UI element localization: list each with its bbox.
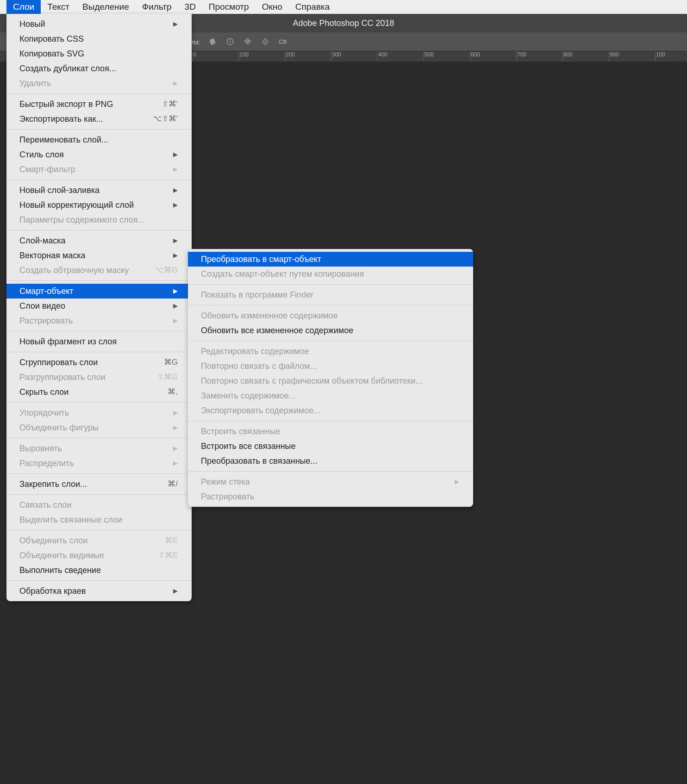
layers-menu-item-label: Объединить слои (19, 535, 88, 547)
layers-menu-item-22[interactable]: Слои видео▶ (6, 299, 192, 313)
shortcut-label: ⌥⌘G (155, 264, 178, 276)
layers-menu-item-29[interactable]: Скрыть слои⌘, (6, 385, 192, 399)
menubar-item-5[interactable]: Просмотр (202, 0, 256, 14)
layers-menu-item-17[interactable]: Слой-маска▶ (6, 233, 192, 248)
smart-object-submenu-item-16[interactable]: Преобразовать в связанные... (188, 454, 473, 468)
layers-menu-item-37[interactable]: Закрепить слои...⌘/ (6, 477, 192, 492)
ruler-tick-label: 100 (239, 51, 249, 58)
submenu-arrow-icon: ▶ (173, 585, 178, 597)
layers-menu-item-14[interactable]: Новый корректирующий слой▶ (6, 198, 192, 212)
shortcut-label: ⌘E (165, 535, 178, 547)
layers-menu-separator (6, 331, 192, 331)
layers-menu-item-1[interactable]: Копировать CSS (6, 31, 192, 46)
diamond-icon[interactable] (260, 36, 271, 47)
layers-menu-item-label: Копировать CSS (19, 33, 84, 45)
smart-object-submenu-item-label: Встроить связанные (201, 425, 280, 437)
smart-object-submenu-separator (188, 421, 473, 421)
layers-menu-item-0[interactable]: Новый▶ (6, 17, 192, 31)
layers-menu-item-11: Смарт-фильтр▶ (6, 162, 192, 177)
layers-menu-item-21[interactable]: Смарт-объект▶ (6, 284, 192, 299)
move-icon[interactable] (242, 36, 253, 47)
smart-object-submenu-item-3: Показать в программе Finder (188, 287, 473, 302)
submenu-arrow-icon: ▶ (173, 315, 178, 327)
menubar-item-7[interactable]: Справка (289, 0, 337, 14)
submenu-arrow-icon: ▶ (173, 149, 178, 161)
layers-menu-item-label: Параметры содержимого слоя... (19, 214, 144, 226)
smart-object-submenu-item-0[interactable]: Преобразовать в смарт-объект (188, 252, 473, 267)
smart-object-submenu-item-label: Обновить измененное содержимое (201, 310, 338, 322)
submenu-arrow-icon: ▶ (173, 199, 178, 211)
layers-menu-item-label: Новый корректирующий слой (19, 199, 134, 211)
layers-menu-item-7[interactable]: Экспортировать как...⌥⇧⌘' (6, 112, 192, 126)
submenu-arrow-icon: ▶ (173, 285, 178, 297)
submenu-arrow-icon: ▶ (173, 422, 178, 434)
layers-menu-item-label: Смарт-объект (19, 285, 74, 297)
smart-object-submenu-item-18: Режим стека▶ (188, 474, 473, 489)
layers-menu-item-label: Связать слои (19, 499, 71, 511)
layers-menu-item-3[interactable]: Создать дубликат слоя... (6, 61, 192, 76)
menubar-item-2[interactable]: Выделение (76, 0, 136, 14)
ruler-tick-label: 300 (332, 51, 341, 58)
smart-object-submenu-item-10: Повторно связать с графическим объектом … (188, 373, 473, 388)
shortcut-label: ⇧⌘' (162, 98, 178, 110)
menubar-item-1[interactable]: Текст (41, 0, 76, 14)
menubar-item-4[interactable]: 3D (178, 0, 202, 14)
layers-menu-separator (6, 352, 192, 352)
submenu-arrow-icon: ▶ (173, 442, 178, 454)
layers-menu-separator (6, 129, 192, 130)
smart-object-submenu-item-15[interactable]: Встроить все связанные (188, 439, 473, 454)
layers-menu-item-2[interactable]: Копировать SVG (6, 46, 192, 61)
submenu-arrow-icon: ▶ (455, 476, 459, 488)
layers-menu-item-label: Быстрый экспорт в PNG (19, 98, 113, 110)
layers-menu-item-10[interactable]: Стиль слоя▶ (6, 147, 192, 162)
submenu-arrow-icon: ▶ (173, 163, 178, 175)
layers-menu-item-label: Сгруппировать слои (19, 356, 98, 368)
layers-menu-item-44[interactable]: Выполнить сведение (6, 563, 192, 578)
submenu-arrow-icon: ▶ (173, 407, 178, 419)
layers-menu-item-label: Слои видео (19, 300, 65, 312)
layers-menu-item-label: Удалить (19, 77, 51, 89)
layers-menu-item-25[interactable]: Новый фрагмент из слоя (6, 334, 192, 349)
menubar-item-3[interactable]: Фильтр (136, 0, 178, 14)
loop-icon[interactable] (207, 36, 218, 47)
smart-object-submenu-item-label: Повторно связать с графическим объектом … (201, 375, 422, 387)
smart-object-submenu-item-label: Заменить содержимое... (201, 390, 296, 402)
smart-object-submenu-item-5: Обновить измененное содержимое (188, 308, 473, 323)
layers-menu-item-46[interactable]: Обработка краев▶ (6, 584, 192, 598)
layers-menu-item-18[interactable]: Векторная маска▶ (6, 248, 192, 263)
shortcut-label: ⌘, (168, 386, 178, 398)
layers-menu-item-label: Объединить фигуры (19, 422, 99, 434)
smart-object-submenu-item-14: Встроить связанные (188, 424, 473, 439)
layers-menu-item-label: Скрыть слои (19, 386, 69, 398)
layers-menu-item-13[interactable]: Новый слой-заливка▶ (6, 183, 192, 198)
layers-menu-separator (6, 180, 192, 180)
layers-menu-item-6[interactable]: Быстрый экспорт в PNG⇧⌘' (6, 97, 192, 112)
smart-object-submenu-separator (188, 341, 473, 341)
submenu-arrow-icon: ▶ (173, 184, 178, 196)
smart-object-submenu-separator (188, 305, 473, 305)
smart-object-submenu-item-6[interactable]: Обновить все измененное содержимое (188, 323, 473, 338)
smart-object-submenu-item-label: Преобразовать в смарт-объект (201, 253, 321, 265)
layers-menu-item-label: Новый слой-заливка (19, 184, 100, 196)
smart-object-submenu-item-1: Создать смарт-объект путем копирования (188, 267, 473, 281)
target-icon[interactable] (225, 36, 236, 47)
layers-menu-item-34: Выровнять▶ (6, 441, 192, 456)
layers-menu-item-9[interactable]: Переименовать слой... (6, 132, 192, 147)
shortcut-label: ⌥⇧⌘' (153, 113, 178, 125)
camera-icon[interactable] (277, 36, 288, 47)
layers-menu-item-label: Экспортировать как... (19, 113, 103, 125)
menubar-item-6[interactable]: Окно (256, 0, 289, 14)
layers-menu-item-label: Создать обтравочную маску (19, 264, 129, 276)
layers-menu-item-27[interactable]: Сгруппировать слои⌘G (6, 355, 192, 370)
layers-menu-item-35: Распределить▶ (6, 456, 192, 471)
smart-object-submenu-item-label: Повторно связать с файлом... (201, 360, 317, 372)
smart-object-submenu-item-12: Экспортировать содержимое... (188, 403, 473, 418)
smart-object-submenu-item-label: Преобразовать в связанные... (201, 455, 318, 467)
layers-menu-item-label: Разгруппировать слои (19, 371, 106, 383)
ruler-tick-label: 700 (517, 51, 526, 58)
layers-menu-item-label: Создать дубликат слоя... (19, 62, 116, 75)
smart-object-submenu-item-19: Растрировать (188, 489, 473, 504)
layers-menu-item-label: Копировать SVG (19, 48, 84, 60)
layers-menu-item-label: Выделить связанные слои (19, 514, 122, 526)
menubar-item-0[interactable]: Слои (6, 0, 41, 14)
